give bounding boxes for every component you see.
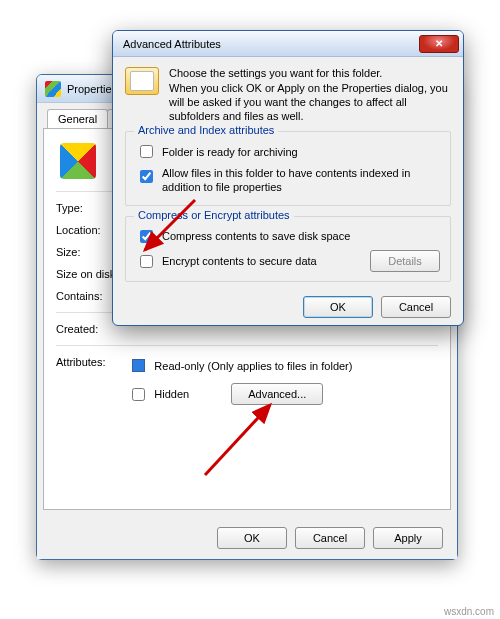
compress-label: Compress contents to save disk space bbox=[162, 230, 350, 242]
encrypt-label: Encrypt contents to secure data bbox=[162, 255, 317, 267]
group-archive-index: Archive and Index attributes Folder is r… bbox=[125, 131, 451, 206]
readonly-checkbox[interactable] bbox=[132, 359, 145, 372]
advanced-cancel-button[interactable]: Cancel bbox=[381, 296, 451, 318]
properties-ok-button[interactable]: OK bbox=[217, 527, 287, 549]
details-button: Details bbox=[370, 250, 440, 272]
advanced-intro-2: When you click OK or Apply on the Proper… bbox=[169, 82, 451, 123]
archive-label: Folder is ready for archiving bbox=[162, 146, 298, 158]
folder-settings-icon bbox=[125, 67, 159, 95]
properties-apply-button[interactable]: Apply bbox=[373, 527, 443, 549]
label-attributes: Attributes: bbox=[56, 356, 118, 368]
index-checkbox[interactable] bbox=[140, 170, 153, 183]
advanced-button[interactable]: Advanced... bbox=[231, 383, 323, 405]
encrypt-checkbox[interactable] bbox=[140, 255, 153, 268]
advanced-titlebar[interactable]: Advanced Attributes bbox=[113, 31, 463, 57]
folder-type-icon bbox=[60, 143, 96, 179]
hidden-checkbox[interactable] bbox=[132, 388, 145, 401]
watermark: wsxdn.com bbox=[444, 606, 494, 617]
advanced-title: Advanced Attributes bbox=[123, 38, 221, 50]
close-icon[interactable] bbox=[419, 35, 459, 53]
group-archive-index-title: Archive and Index attributes bbox=[134, 124, 278, 136]
archive-checkbox[interactable] bbox=[140, 145, 153, 158]
readonly-label: Read-only (Only applies to files in fold… bbox=[154, 360, 352, 372]
index-label: Allow files in this folder to have conte… bbox=[162, 167, 440, 195]
tab-general[interactable]: General bbox=[47, 109, 108, 128]
group-compress-encrypt-title: Compress or Encrypt attributes bbox=[134, 209, 294, 221]
advanced-ok-button[interactable]: OK bbox=[303, 296, 373, 318]
advanced-attributes-dialog: Advanced Attributes Choose the settings … bbox=[112, 30, 464, 326]
group-compress-encrypt: Compress or Encrypt attributes Compress … bbox=[125, 216, 451, 282]
properties-cancel-button[interactable]: Cancel bbox=[295, 527, 365, 549]
compress-checkbox[interactable] bbox=[140, 230, 153, 243]
windows-icon bbox=[45, 81, 61, 97]
hidden-label: Hidden bbox=[154, 388, 189, 400]
advanced-intro-1: Choose the settings you want for this fo… bbox=[169, 67, 451, 79]
properties-title: Properties bbox=[67, 83, 117, 95]
